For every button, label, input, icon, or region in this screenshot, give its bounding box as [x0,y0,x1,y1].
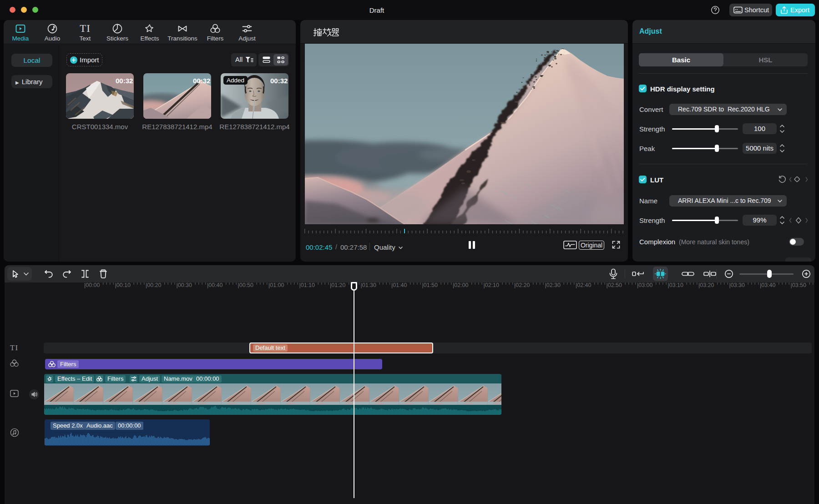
svg-text:|00:50: |00:50 [238,282,254,288]
svg-text:|03:30: |03:30 [729,282,745,288]
svg-text:|03:00: |03:00 [637,282,653,288]
svg-text:|02:40: |02:40 [576,282,592,288]
svg-text:|03:10: |03:10 [668,282,684,288]
svg-text:|01:40: |01:40 [391,282,407,288]
svg-text:|01:00: |01:00 [268,282,284,288]
svg-text:|02:50: |02:50 [607,282,622,288]
svg-text:|00:00: |00:00 [84,282,100,288]
svg-text:|03:20: |03:20 [698,282,714,288]
svg-text:|01:30: |01:30 [361,282,377,288]
svg-text:|01:50: |01:50 [422,282,438,288]
svg-text:|00:40: |00:40 [207,282,223,288]
svg-text:|02:20: |02:20 [514,282,530,288]
svg-text:|03:40: |03:40 [760,282,776,288]
svg-text:|00:20: |00:20 [146,282,162,288]
svg-text:|02:30: |02:30 [545,282,561,288]
svg-text:|02:10: |02:10 [484,282,500,288]
svg-text:|01:10: |01:10 [299,282,315,288]
svg-text:|00:30: |00:30 [177,282,192,288]
svg-text:|01:20: |01:20 [330,282,346,288]
svg-text:|00:10: |00:10 [115,282,131,288]
svg-text:|02:00: |02:00 [453,282,469,288]
svg-text:|03:50: |03:50 [791,282,807,288]
